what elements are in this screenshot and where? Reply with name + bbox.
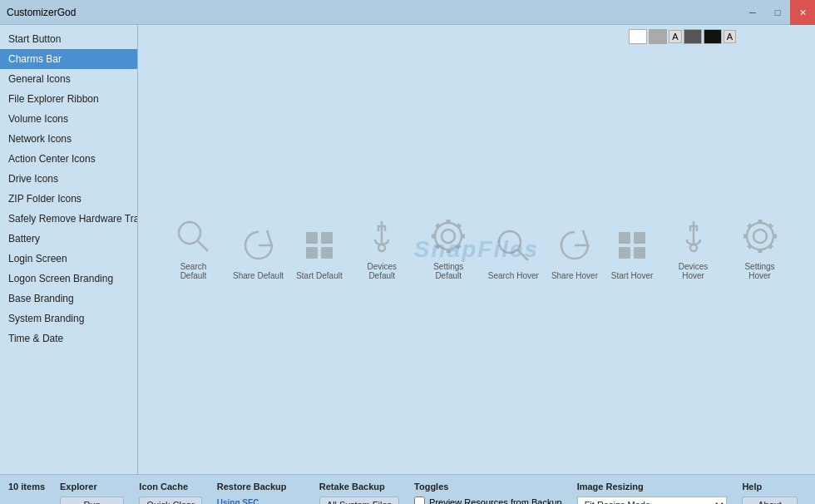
svg-rect-20 bbox=[634, 232, 645, 244]
retake-backup-section: Retake BackupAll System FilesCurrent Fil… bbox=[319, 482, 399, 504]
restore-sfc-label: Using SFC bbox=[217, 498, 304, 504]
sidebar-item-battery[interactable]: Battery bbox=[0, 229, 137, 249]
theme-swatch-a1[interactable]: A bbox=[669, 30, 681, 43]
preview-checkbox-row: Preview Resources from Backup bbox=[414, 497, 562, 504]
theme-swatch-white[interactable] bbox=[629, 29, 647, 44]
sidebar-item-volume-icons[interactable]: Volume Icons bbox=[0, 109, 137, 129]
theme-swatch-dark[interactable] bbox=[684, 29, 702, 44]
resize-mode-select[interactable]: Fit Resize ModeCrop Resize ModeStretch R… bbox=[577, 497, 728, 504]
icon-label-settings-default: Settings Default bbox=[422, 262, 476, 280]
svg-point-0 bbox=[179, 222, 200, 244]
icon-item-search-default[interactable]: Search Default bbox=[166, 215, 220, 280]
icon-item-settings-default[interactable]: Settings Default bbox=[422, 215, 476, 280]
icon-label-search-default: Search Default bbox=[166, 262, 220, 280]
retake-backup-title: Retake Backup bbox=[319, 482, 399, 492]
close-button[interactable]: ✕ bbox=[790, 0, 815, 25]
titlebar-controls: ─ □ ✕ bbox=[740, 0, 815, 25]
svg-rect-22 bbox=[634, 247, 645, 259]
theme-swatch-gray[interactable] bbox=[649, 29, 667, 44]
icon-label-devices-hover: Devices Hover bbox=[666, 262, 720, 280]
help-section: HelpAboutFeedback bbox=[742, 482, 797, 504]
icon-label-start-default: Start Default bbox=[296, 271, 343, 280]
icon-cache-title: Icon Cache bbox=[139, 482, 201, 492]
svg-point-33 bbox=[747, 223, 773, 250]
sidebar-item-zip-folder-icons[interactable]: ZIP Folder Icons bbox=[0, 189, 137, 209]
sidebar: Start ButtonCharms BarGeneral IconsFile … bbox=[0, 25, 137, 474]
explorer-section: ExplorerRunExitForce CloseRestart bbox=[60, 482, 124, 504]
svg-point-7 bbox=[442, 230, 455, 243]
content-area: SnapFiles Search DefaultShare DefaultSta… bbox=[138, 25, 815, 474]
explorer-btn-run[interactable]: Run bbox=[60, 497, 124, 504]
svg-point-6 bbox=[378, 245, 385, 251]
sidebar-item-logon-screen-branding[interactable]: Logon Screen Branding bbox=[0, 269, 137, 289]
icon-item-search-hover[interactable]: Search Hover bbox=[488, 224, 539, 280]
icons-row: Search DefaultShare DefaultStart Default… bbox=[166, 215, 787, 280]
svg-line-18 bbox=[518, 250, 528, 260]
svg-rect-5 bbox=[321, 247, 333, 259]
restore-backup-title: Restore Backup bbox=[217, 482, 304, 492]
svg-rect-3 bbox=[321, 232, 333, 244]
svg-line-1 bbox=[198, 241, 208, 251]
icon-item-start-hover[interactable]: Start Hover bbox=[610, 224, 654, 280]
icon-item-settings-hover[interactable]: Settings Hover bbox=[733, 215, 787, 280]
retake-backup-btn-all-system-files[interactable]: All System Files bbox=[319, 497, 399, 504]
theme-swatch-a2[interactable]: A bbox=[724, 30, 736, 43]
help-btn-about[interactable]: About bbox=[742, 497, 797, 504]
icon-label-start-hover: Start Hover bbox=[611, 271, 654, 280]
sidebar-item-safely-remove[interactable]: Safely Remove Hardware Tray Icon bbox=[0, 209, 137, 229]
icon-label-settings-hover: Settings Hover bbox=[733, 262, 787, 280]
icon-item-share-default[interactable]: Share Default bbox=[233, 224, 284, 280]
svg-point-23 bbox=[690, 245, 697, 251]
sidebar-item-action-center-icons[interactable]: Action Center Icons bbox=[0, 149, 137, 169]
icon-label-search-hover: Search Hover bbox=[488, 271, 539, 280]
main-area: Start ButtonCharms BarGeneral IconsFile … bbox=[0, 25, 815, 474]
sidebar-item-charms-bar[interactable]: Charms Bar bbox=[0, 49, 137, 69]
icon-label-share-default: Share Default bbox=[233, 271, 284, 280]
sidebar-item-login-screen[interactable]: Login Screen bbox=[0, 249, 137, 269]
titlebar: CustomizerGod ─ □ ✕ bbox=[0, 0, 815, 25]
sidebar-item-system-branding[interactable]: System Branding bbox=[0, 309, 137, 329]
sidebar-item-time-date[interactable]: Time & Date bbox=[0, 329, 137, 348]
sidebar-item-drive-icons[interactable]: Drive Icons bbox=[0, 169, 137, 189]
bottom-panel: 10 itemsExplorerRunExitForce CloseRestar… bbox=[0, 474, 815, 504]
svg-point-17 bbox=[499, 231, 521, 253]
icon-item-start-default[interactable]: Start Default bbox=[296, 224, 343, 280]
sidebar-item-general-icons[interactable]: General Icons bbox=[0, 69, 137, 89]
svg-point-24 bbox=[753, 230, 767, 243]
svg-point-16 bbox=[435, 223, 462, 250]
svg-rect-21 bbox=[619, 247, 630, 259]
restore-backup-section: Restore BackupUsing SFCAll System FilesC… bbox=[217, 482, 304, 504]
image-resizing-section: Image ResizingFit Resize ModeCrop Resize… bbox=[577, 482, 728, 504]
icon-item-devices-default[interactable]: Devices Default bbox=[355, 215, 409, 280]
svg-rect-2 bbox=[306, 232, 318, 244]
items-count-label: 10 items bbox=[8, 482, 45, 492]
svg-rect-19 bbox=[619, 232, 630, 244]
sidebar-item-network-icons[interactable]: Network Icons bbox=[0, 129, 137, 149]
image-resizing-title: Image Resizing bbox=[577, 482, 728, 492]
theme-bar: A A bbox=[629, 29, 736, 44]
icon-item-devices-hover[interactable]: Devices Hover bbox=[666, 215, 720, 280]
icon-label-devices-default: Devices Default bbox=[355, 262, 409, 280]
maximize-button[interactable]: □ bbox=[765, 0, 790, 25]
explorer-title: Explorer bbox=[60, 482, 124, 492]
sidebar-item-start-button[interactable]: Start Button bbox=[0, 29, 137, 49]
toggles-section: TogglesPreview Resources from BackupAuto… bbox=[414, 482, 562, 504]
icon-item-share-hover[interactable]: Share Hover bbox=[551, 224, 598, 280]
icon-cache-section: Icon CacheQuick ClearFull Clear bbox=[139, 482, 201, 504]
icon-label-share-hover: Share Hover bbox=[551, 271, 598, 280]
svg-rect-4 bbox=[306, 247, 318, 259]
theme-swatch-black[interactable] bbox=[704, 29, 722, 44]
minimize-button[interactable]: ─ bbox=[740, 0, 765, 25]
help-title: Help bbox=[742, 482, 797, 492]
preview-checkbox-label: Preview Resources from Backup bbox=[429, 497, 562, 505]
sidebar-item-file-explorer-ribbon[interactable]: File Explorer Ribbon bbox=[0, 89, 137, 109]
app-title: CustomizerGod bbox=[7, 7, 76, 18]
preview-checkbox[interactable] bbox=[414, 497, 425, 504]
icon-cache-btn-quick-clear[interactable]: Quick Clear bbox=[139, 497, 201, 504]
items-count-section: 10 items bbox=[8, 482, 45, 493]
sidebar-item-base-branding[interactable]: Base Branding bbox=[0, 289, 137, 309]
toggles-title: Toggles bbox=[414, 482, 562, 492]
